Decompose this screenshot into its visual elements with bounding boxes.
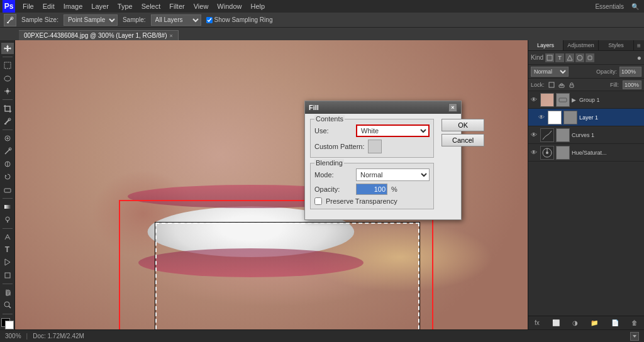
svg-rect-37 (570, 85, 574, 87)
opacity-unit: % (391, 185, 397, 193)
layers-tab[interactable]: Layers (528, 40, 564, 50)
layer-group1[interactable]: 👁 ▶ Group 1 (528, 91, 644, 109)
crop-tool[interactable] (1, 102, 14, 114)
layer-group1-eye[interactable]: 👁 (531, 96, 538, 104)
pen-tool[interactable] (1, 231, 14, 242)
panel-options-btn[interactable]: ≡ (634, 40, 644, 50)
layer-mode-select[interactable]: Normal (531, 67, 569, 77)
layer-curves-thumb (540, 128, 554, 142)
fx-button[interactable]: fx (532, 318, 542, 328)
panel-bottom: fx ⬜ ◑ 📁 📄 🗑 (528, 316, 644, 329)
layer-opacity-input[interactable] (619, 67, 641, 77)
dodge-tool[interactable] (1, 214, 14, 225)
text-tool-icon: T (5, 245, 9, 254)
marquee-tool[interactable] (1, 60, 14, 71)
text-tool[interactable]: T (1, 244, 14, 255)
new-group-button[interactable]: 📁 (588, 318, 601, 328)
svg-line-30 (9, 306, 11, 308)
lock-position-icon[interactable] (558, 82, 565, 88)
eyedropper-tool[interactable] (1, 116, 14, 127)
shape-tool[interactable] (1, 270, 14, 281)
layer-1-mask (564, 111, 577, 124)
opacity-row: Opacity: % (314, 184, 430, 195)
opacity-label: Opacity: (314, 185, 352, 193)
magic-wand-tool[interactable] (1, 86, 14, 97)
layer-1[interactable]: 👁 Layer 1 (528, 109, 644, 126)
menu-view[interactable]: View (190, 1, 213, 11)
main-area: T (0, 40, 644, 329)
sample-select[interactable]: All Layers (151, 14, 201, 26)
layer-curves[interactable]: 👁 Curves 1 (528, 126, 644, 144)
zoom-level: 300% (5, 333, 21, 339)
group-arrow-icon[interactable]: ▶ (572, 97, 576, 103)
menu-select[interactable]: Select (138, 1, 165, 11)
filter-shape-icon[interactable] (565, 53, 574, 62)
layer-hue-eye[interactable]: 👁 (531, 149, 538, 157)
move-tool[interactable] (1, 43, 14, 54)
color-swatches[interactable] (1, 318, 14, 329)
cancel-button[interactable]: Cancel (441, 134, 484, 146)
layer-fill-input[interactable] (623, 80, 641, 89)
delete-layer-button[interactable]: 🗑 (629, 318, 640, 328)
lower-lip (138, 248, 364, 277)
filter-pixel-icon[interactable] (545, 53, 554, 62)
show-sampling-ring-checkbox[interactable] (206, 17, 213, 23)
path-select-tool[interactable] (1, 256, 14, 268)
layer-curves-eye[interactable]: 👁 (531, 131, 538, 139)
menu-layer[interactable]: Layer (87, 1, 113, 11)
menu-window[interactable]: Window (213, 1, 245, 11)
layer-curves-mask (556, 128, 570, 142)
history-brush-tool[interactable] (1, 171, 14, 182)
gradient-tool[interactable] (1, 201, 14, 212)
use-row: Use: White Foreground Color Background C… (314, 124, 430, 137)
dialog-buttons: OK Cancel (441, 119, 484, 146)
adjustment-button[interactable]: ◑ (570, 318, 580, 328)
menu-file[interactable]: File (19, 1, 38, 11)
lock-all-icon[interactable] (569, 82, 575, 88)
lasso-tool[interactable] (1, 73, 14, 84)
preserve-transparency-checkbox[interactable] (314, 197, 322, 205)
filter-adjustment-icon[interactable] (575, 53, 584, 62)
svg-point-10 (6, 90, 9, 93)
menu-filter[interactable]: Filter (165, 1, 188, 11)
document-tab[interactable]: 00PXEC-44386084.jpg @ 300% (Layer 1, RGB… (19, 30, 179, 40)
opacity-input[interactable] (356, 184, 387, 195)
use-select[interactable]: White Foreground Color Background Color … (356, 124, 430, 137)
lock-pixel-icon[interactable] (548, 82, 555, 88)
menu-type[interactable]: Type (114, 1, 136, 11)
contents-label: Contents (314, 115, 345, 123)
svg-point-40 (546, 152, 548, 154)
filter-text-icon[interactable]: T (555, 53, 564, 62)
mode-select[interactable]: Normal Dissolve Multiply (356, 168, 430, 181)
add-mask-button[interactable]: ⬜ (550, 318, 562, 328)
styles-tab[interactable]: Styles (599, 40, 634, 50)
workspace-search-icon[interactable]: 🔍 (629, 3, 641, 10)
tab-close-btn[interactable]: × (170, 33, 173, 39)
filter-toggle[interactable]: ● (637, 53, 641, 62)
pattern-preview[interactable] (368, 140, 382, 153)
menu-image[interactable]: Image (60, 1, 87, 11)
dialog-close-button[interactable]: × (448, 103, 457, 112)
layer-1-eye[interactable]: 👁 (538, 114, 546, 121)
adjustments-tab[interactable]: Adjustmen (564, 40, 599, 50)
spot-heal-tool[interactable] (1, 133, 14, 144)
brush-tool[interactable] (1, 145, 14, 157)
right-panel: Layers Adjustmen Styles ≡ Kind T (528, 40, 644, 329)
filter-smartobject-icon[interactable] (586, 53, 594, 62)
background-color[interactable] (5, 321, 14, 329)
opacity-label: Opacity: (571, 69, 617, 75)
new-layer-button[interactable]: 📄 (609, 318, 621, 328)
ok-button[interactable]: OK (441, 119, 484, 131)
clone-tool[interactable] (1, 158, 14, 170)
menu-help[interactable]: Help (247, 1, 269, 11)
status-arrow-btn[interactable] (630, 332, 639, 341)
eraser-tool[interactable] (1, 184, 14, 196)
layer-hue[interactable]: 👁 Hue/Saturat... (528, 144, 644, 162)
show-sampling-ring-label: Show Sampling Ring (214, 16, 273, 23)
mode-row: Mode: Normal Dissolve Multiply (314, 168, 430, 181)
sample-size-select[interactable]: Point Sample (64, 14, 118, 26)
hand-tool[interactable] (1, 287, 14, 298)
svg-rect-13 (4, 123, 6, 124)
zoom-tool[interactable] (1, 299, 14, 311)
menu-edit[interactable]: Edit (39, 1, 58, 11)
